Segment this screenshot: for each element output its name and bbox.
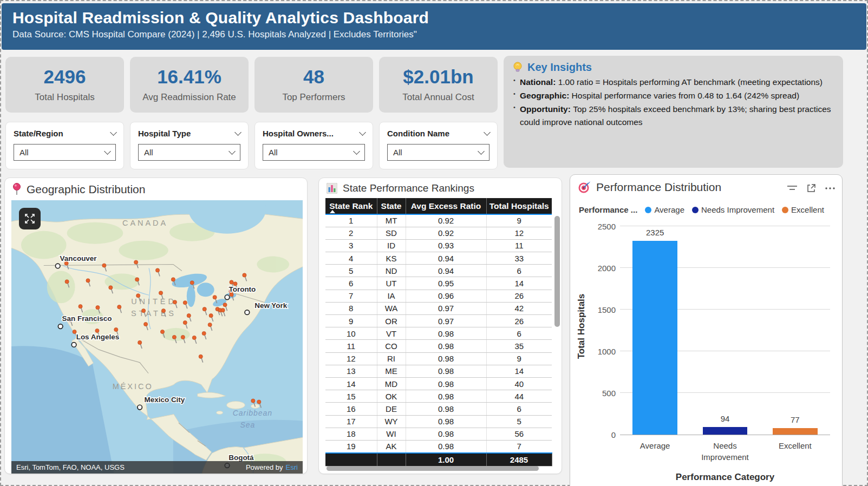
map-region-label: MÉXICO	[113, 382, 153, 391]
table-row[interactable]: 5ND0.946	[325, 265, 552, 277]
map-region-label: Sea	[240, 421, 255, 429]
table-horizontal-scrollbar[interactable]	[327, 466, 539, 471]
chevron-down-icon[interactable]	[484, 129, 491, 136]
chart-plot-area: 050010001500200025002325Average94Needs I…	[620, 226, 830, 435]
map-region-label: Caribbean	[233, 409, 272, 417]
table-row[interactable]: 2SD0.9212	[325, 227, 552, 239]
kpi-value: 2496	[44, 67, 86, 88]
chart-legend: Performance ... AverageNeeds Improvement…	[579, 205, 824, 214]
page-subtitle: Data Source: CMS Hospital Compare (2024)…	[12, 29, 856, 40]
svg-text:Mexico City: Mexico City	[145, 396, 185, 404]
insight-item: Opportunity: Top 25% hospitals exceed be…	[512, 103, 832, 130]
table-vertical-scrollbar[interactable]	[554, 216, 560, 327]
table-row[interactable]: 9OR0.9726	[325, 315, 552, 327]
x-axis-title: Performance Category	[620, 472, 830, 483]
filter-select[interactable]: All	[263, 144, 365, 161]
chevron-down-icon[interactable]	[110, 129, 117, 136]
table-row[interactable]: 6UT0.9514	[325, 277, 552, 290]
kpi-label: Total Annual Cost	[402, 92, 474, 103]
legend-item[interactable]: Needs Improvement	[692, 205, 774, 214]
svg-text:Los Angeles: Los Angeles	[76, 333, 119, 341]
filter-value: All	[144, 148, 153, 157]
map-title: Geographic Distribution	[27, 183, 145, 196]
map-attribution: Esri, TomTom, FAO, NOAA, USGS	[16, 463, 125, 471]
more-options-icon[interactable]	[825, 187, 836, 190]
filter-label: Hospital Owners...	[263, 129, 334, 138]
bar-excellent[interactable]	[773, 428, 818, 435]
filter-value: All	[19, 148, 29, 157]
table-title: State Performance Rankings	[343, 182, 474, 194]
kpi-card: 2496Total Hospitals	[5, 57, 124, 113]
filter-value: All	[269, 148, 278, 157]
map-region-label: STATES	[131, 309, 177, 318]
filter-row: State/RegionAllHospital TypeAllHospital …	[5, 122, 498, 169]
y-tick-label: 1000	[590, 347, 616, 356]
y-tick-label: 0	[590, 430, 616, 439]
map-extent-control[interactable]	[19, 208, 41, 229]
legend-dot	[692, 207, 699, 213]
popout-icon[interactable]	[806, 183, 816, 193]
target-icon	[578, 181, 591, 194]
chevron-down-icon[interactable]	[359, 129, 366, 136]
table-row[interactable]: 1MT0.929	[325, 214, 552, 227]
map-region-label: CANADA	[122, 219, 168, 227]
table-row[interactable]: 12RI0.989	[325, 352, 552, 365]
table-row[interactable]: 10VT0.986	[325, 327, 552, 340]
table-header-row[interactable]: State RankStateAvg Excess RatioTotal Hos…	[325, 198, 552, 214]
kpi-label: Total Hospitals	[35, 92, 95, 103]
legend-dot	[782, 207, 788, 213]
table-row[interactable]: 11CO0.9835	[325, 340, 552, 352]
table-row[interactable]: 18WI0.9856	[325, 428, 552, 440]
bar-needs-improvement[interactable]	[703, 427, 748, 435]
filter-label: State/Region	[14, 129, 63, 138]
key-insights-panel: Key Insights National: 1.00 ratio = Hosp…	[504, 56, 843, 168]
table-row[interactable]: 13ME0.9814	[325, 365, 552, 377]
table-row[interactable]: 14MD0.9840	[325, 377, 552, 390]
chart-title: Performance Distribution	[596, 181, 721, 194]
filter-select[interactable]: All	[138, 144, 240, 161]
table-row[interactable]: 8WA0.9742	[325, 302, 552, 314]
table-row[interactable]: 15OK0.9844	[325, 390, 552, 403]
insight-item: Geographic: Hospital performance varies …	[512, 89, 832, 103]
filter-select[interactable]: All	[14, 144, 116, 161]
x-category-label: Average	[620, 440, 690, 451]
legend-item[interactable]: Average	[645, 205, 684, 214]
filter-slicer: Condition NameAll	[379, 122, 498, 169]
svg-text:Vancouver: Vancouver	[60, 254, 97, 262]
bar-value-label: 94	[703, 414, 748, 423]
filter-slicer: Hospital Owners...All	[254, 122, 373, 169]
esri-link[interactable]: Esri	[286, 463, 298, 471]
performance-distribution-panel: Performance Distribution Performance ...…	[570, 174, 843, 486]
filter-select[interactable]: All	[387, 144, 490, 161]
column-header[interactable]: State Rank	[325, 198, 377, 214]
table-row[interactable]: 3ID0.9311	[325, 239, 552, 252]
map-canvas[interactable]: CANADAUNITEDSTATESMÉXICOCaribbeanSea Van…	[11, 200, 303, 474]
table-row[interactable]: 16DE0.986	[325, 403, 552, 415]
bar-chart: Total Hospitals 050010001500200025002325…	[578, 217, 834, 486]
table-row[interactable]: 19AK0.987	[325, 440, 552, 452]
table-row[interactable]: 17WY0.985	[325, 415, 552, 428]
kpi-value: $2.01bn	[403, 67, 473, 88]
dashboard-page: Hospital Readmission & Quality Analytics…	[0, 0, 868, 486]
geographic-distribution-panel: Geographic Distribution	[4, 178, 308, 474]
map-image: CANADAUNITEDSTATESMÉXICOCaribbeanSea Van…	[11, 200, 303, 474]
table-row[interactable]: 7IA0.9626	[325, 290, 552, 302]
pin-icon	[12, 183, 21, 196]
chevron-down-icon[interactable]	[234, 129, 242, 136]
column-header[interactable]: Avg Excess Ratio	[406, 198, 486, 214]
column-header[interactable]: Total Hospitals	[486, 198, 552, 214]
chevron-down-icon	[229, 148, 236, 155]
svg-text:Bogotá: Bogotá	[229, 454, 254, 462]
legend-item[interactable]: Excellent	[782, 205, 824, 214]
map-powered-by: Powered byEsri	[246, 463, 298, 471]
filter-icon[interactable]	[787, 185, 798, 192]
kpi-label: Top Performers	[282, 92, 345, 103]
state-rankings-table: State RankStateAvg Excess RatioTotal Hos…	[325, 198, 552, 467]
bar-chart-icon	[327, 183, 337, 194]
bar-average[interactable]	[632, 241, 677, 435]
y-tick-label: 500	[590, 389, 616, 398]
kpi-card: 48Top Performers	[254, 57, 373, 113]
table-row[interactable]: 4KS0.9433	[325, 252, 552, 265]
column-header[interactable]: State	[377, 198, 406, 214]
svg-text:San Francisco: San Francisco	[62, 314, 112, 323]
